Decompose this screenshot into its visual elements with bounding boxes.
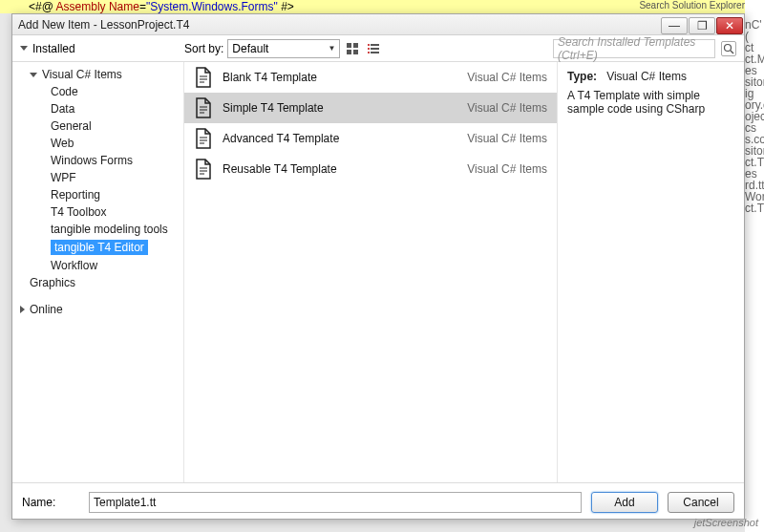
svg-rect-8: [368, 52, 370, 53]
svg-rect-7: [371, 48, 379, 50]
category-tree: Visual C# Items Code Data General Web Wi…: [12, 62, 184, 482]
tree-item-reporting[interactable]: Reporting: [12, 186, 183, 203]
sort-by-dropdown[interactable]: Default ▼: [227, 39, 340, 58]
tree-item-wpf[interactable]: WPF: [12, 169, 183, 186]
tree-item-workflow[interactable]: Workflow: [12, 257, 183, 274]
name-label: Name:: [22, 496, 79, 509]
sort-by-label: Sort by:: [184, 42, 223, 55]
search-button[interactable]: [721, 41, 736, 56]
template-row-label: Reusable T4 Template: [223, 162, 457, 176]
details-type-label: Type:: [567, 70, 597, 83]
tree-item-web[interactable]: Web: [12, 135, 183, 152]
template-row-reusable-t4[interactable]: Reusable T4 Template Visual C# Items: [184, 154, 557, 184]
tree-item-tangible-t4-editor[interactable]: tangible T4 Editor: [12, 238, 183, 257]
close-button[interactable]: ✕: [716, 17, 743, 34]
template-row-simple-t4[interactable]: Simple T4 Template Visual C# Items: [184, 93, 557, 123]
template-row-label: Advanced T4 Template: [223, 132, 457, 145]
magnifier-icon: [723, 43, 734, 54]
chevron-right-icon: [20, 306, 25, 313]
search-input[interactable]: Search Installed Templates (Ctrl+E): [553, 39, 715, 58]
details-type-value: Visual C# Items: [606, 70, 687, 83]
svg-line-11: [731, 51, 733, 53]
template-row-category: Visual C# Items: [467, 101, 547, 115]
add-new-item-dialog: Add New Item - LessonProject.T4 — ❐ ✕ In…: [11, 13, 745, 520]
tree-item-graphics[interactable]: Graphics: [12, 274, 183, 291]
installed-heading[interactable]: Installed: [20, 42, 184, 55]
template-list: Blank T4 Template Visual C# Items Simple…: [184, 62, 558, 482]
tree-item-windows-forms[interactable]: Windows Forms: [12, 152, 183, 169]
search-area: Search Installed Templates (Ctrl+E): [553, 39, 736, 58]
window-title: Add New Item - LessonProject.T4: [18, 18, 661, 32]
titlebar[interactable]: Add New Item - LessonProject.T4 — ❐ ✕: [12, 14, 744, 35]
tree-item-t4-toolbox[interactable]: T4 Toolbox: [12, 203, 183, 221]
svg-rect-5: [371, 44, 379, 46]
svg-point-10: [725, 44, 732, 51]
template-row-category: Visual C# Items: [467, 162, 547, 176]
cancel-button[interactable]: Cancel: [668, 492, 734, 513]
template-row-blank-t4[interactable]: Blank T4 Template Visual C# Items: [184, 62, 557, 93]
tree-item-online[interactable]: Online: [12, 301, 183, 318]
watermark: jetScreenshot: [694, 517, 758, 528]
svg-rect-3: [353, 50, 358, 54]
view-tiles-button[interactable]: [344, 40, 361, 57]
template-row-label: Blank T4 Template: [223, 71, 457, 84]
details-pane: Type: Visual C# Items A T4 Template with…: [558, 62, 744, 482]
window-buttons: — ❐ ✕: [661, 15, 744, 34]
tiles-icon: [346, 42, 359, 55]
details-description: A T4 Template with simple sample code us…: [567, 89, 734, 116]
document-icon: [194, 97, 213, 118]
svg-rect-0: [347, 43, 351, 48]
svg-rect-9: [371, 52, 379, 53]
svg-rect-2: [347, 50, 351, 54]
solution-explorer-search-label: Search Solution Explorer: [639, 0, 745, 11]
chevron-down-icon: [30, 73, 37, 77]
minimize-button[interactable]: —: [661, 17, 688, 34]
tree-item-data[interactable]: Data: [12, 100, 183, 117]
template-row-category: Visual C# Items: [467, 71, 547, 84]
tree-item-general[interactable]: General: [12, 117, 183, 135]
document-icon: [194, 67, 213, 88]
svg-rect-6: [368, 48, 370, 50]
add-button[interactable]: Add: [591, 492, 658, 513]
template-row-category: Visual C# Items: [467, 132, 547, 145]
svg-rect-4: [368, 44, 370, 46]
dialog-body: Visual C# Items Code Data General Web Wi…: [12, 62, 744, 482]
sort-area: Sort by: Default ▼: [184, 39, 382, 58]
view-list-button[interactable]: [365, 40, 382, 57]
svg-rect-1: [353, 43, 358, 48]
document-icon: [194, 159, 213, 180]
name-input[interactable]: Template1.tt: [89, 492, 582, 513]
restore-button[interactable]: ❐: [689, 17, 715, 34]
topbar: Installed Sort by: Default ▼ Search Inst…: [12, 35, 744, 62]
template-row-advanced-t4[interactable]: Advanced T4 Template Visual C# Items: [184, 123, 557, 154]
document-icon: [194, 128, 213, 149]
list-icon: [367, 42, 380, 55]
details-type-line: Type: Visual C# Items: [567, 70, 734, 83]
tree-item-tangible-modeling[interactable]: tangible modeling tools: [12, 221, 183, 238]
chevron-down-icon: ▼: [328, 44, 335, 53]
solution-explorer-strip: nC' ( ct ct.M es sitor ig ory.c ojec cs …: [745, 0, 764, 532]
template-row-label: Simple T4 Template: [223, 101, 457, 115]
chevron-down-icon: [20, 46, 28, 51]
tree-item-code[interactable]: Code: [12, 83, 183, 100]
footer: Name: Template1.tt Add Cancel: [12, 482, 744, 521]
tree-item-visual-csharp[interactable]: Visual C# Items: [12, 66, 183, 83]
